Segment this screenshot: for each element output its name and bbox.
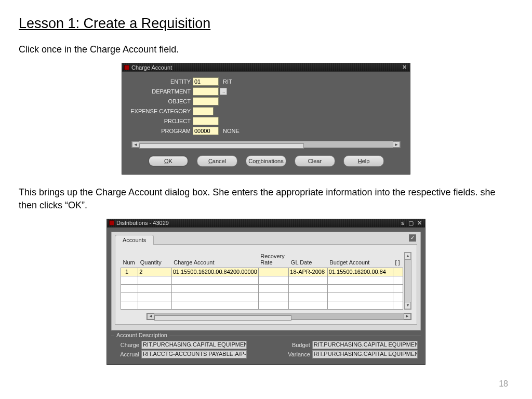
department-label: DEPARTMENT [130, 88, 193, 95]
distributions-window: Distributions - 43029 ≤ ▢ ✕ ✓ Accounts N… [107, 219, 425, 365]
col-charge-account: Charge Account [171, 252, 258, 268]
variance-label: Variance [285, 351, 312, 357]
titlebar[interactable]: Distributions - 43029 ≤ ▢ ✕ [107, 219, 425, 228]
accrual-label: Accrual [114, 351, 141, 357]
window-title: Distributions - 43029 [116, 220, 169, 226]
cell-charge-account[interactable]: 01.15500.16200.00.84200.00000 [171, 268, 258, 276]
tab-accounts[interactable]: Accounts [115, 235, 154, 245]
variance-value: RIT.PURCHASING.CAPITAL EQUIPMEN [312, 350, 418, 358]
table-row[interactable] [121, 292, 403, 301]
department-field[interactable] [193, 87, 219, 96]
cell-gl-date[interactable]: 18-APR-2008 [289, 268, 327, 276]
col-quantity: Quantity [138, 252, 171, 268]
object-label: OBJECT [130, 98, 193, 104]
expense-category-field[interactable] [193, 107, 214, 115]
clear-button[interactable]: Clear [295, 155, 335, 167]
cell-end[interactable] [393, 268, 403, 276]
col-recovery-rate: Recovery Rate [258, 252, 289, 268]
object-field[interactable] [193, 97, 219, 105]
scroll-up-icon[interactable]: ▲ [405, 252, 411, 260]
page-number: 18 [499, 379, 508, 389]
table-row[interactable]: 1 2 01.15500.16200.00.84200.00000 18-APR… [121, 268, 403, 276]
v-scrollbar[interactable]: ▲ ▼ [404, 252, 411, 310]
project-label: PROJECT [130, 118, 193, 124]
h-scrollbar[interactable]: ◄ ► [131, 141, 401, 148]
h-scrollbar[interactable]: ◄ ► [147, 313, 411, 320]
charge-account-dialog: Charge Account ✕ ENTITY RIT DEPARTMENT …… [122, 63, 410, 175]
distributions-table: Num Quantity Charge Account Recovery Rat… [121, 252, 403, 310]
app-icon [124, 65, 129, 70]
checkbox-icon[interactable]: ✓ [409, 234, 416, 242]
table-row[interactable] [121, 301, 403, 309]
table-row[interactable] [121, 276, 403, 284]
intro-paragraph-2: This brings up the Charge Account dialog… [19, 186, 513, 211]
scroll-left-icon[interactable]: ◄ [132, 141, 139, 148]
maximize-icon[interactable]: ▢ [407, 220, 415, 226]
lov-button[interactable]: … [220, 88, 227, 95]
scroll-right-icon[interactable]: ► [393, 141, 400, 148]
scroll-down-icon[interactable]: ▼ [405, 302, 411, 309]
minimize-icon[interactable]: ≤ [399, 220, 406, 226]
close-icon[interactable]: ✕ [401, 64, 408, 71]
cell-num[interactable]: 1 [121, 268, 138, 276]
dialog-title: Charge Account [131, 64, 172, 71]
entity-field[interactable] [193, 77, 219, 86]
scroll-left-icon[interactable]: ◄ [147, 313, 154, 320]
close-icon[interactable]: ✕ [416, 220, 423, 226]
titlebar[interactable]: Charge Account ✕ [122, 63, 410, 72]
col-budget-account: Budget Account [327, 252, 393, 268]
cell-quantity[interactable]: 2 [138, 268, 171, 276]
project-field[interactable] [193, 117, 219, 125]
intro-paragraph-1: Click once in the Charge Account field. [19, 43, 513, 56]
group-title: Account Description [114, 332, 169, 338]
col-gl-date: GL Date [289, 252, 327, 268]
program-field[interactable] [193, 127, 219, 135]
col-end: [ ] [393, 252, 403, 268]
charge-value: RIT.PURCHASING.CAPITAL EQUIPMEN [141, 341, 247, 349]
entity-label: ENTITY [130, 78, 193, 85]
col-num: Num [121, 252, 138, 268]
program-desc: NONE [223, 128, 240, 134]
cell-recovery-rate[interactable] [258, 268, 289, 276]
cell-budget-account[interactable]: 01.15500.16200.00.84 [327, 268, 393, 276]
table-row[interactable] [121, 284, 403, 292]
app-icon [109, 220, 114, 225]
cancel-button[interactable]: Cancel [197, 155, 237, 167]
ok-button[interactable]: OK [148, 155, 189, 167]
accrual-value: RIT.ACCTG-ACCOUNTS PAYABLE.A/P- [141, 350, 247, 358]
page-title: Lesson 1: Create a Requisition [19, 16, 513, 32]
account-description-group: Account Description Charge RIT.PURCHASIN… [111, 336, 421, 359]
help-button[interactable]: Help [343, 155, 384, 167]
expense-category-label: EXPENSE CATEGORY [130, 108, 193, 114]
charge-label: Charge [114, 342, 141, 348]
combinations-button[interactable]: Combinations [246, 155, 286, 167]
scroll-right-icon[interactable]: ► [404, 313, 411, 320]
entity-desc: RIT [223, 78, 232, 85]
program-label: PROGRAM [130, 128, 193, 134]
budget-label: Budget [285, 342, 312, 348]
budget-value: RIT.PURCHASING.CAPITAL EQUIPMEN [312, 341, 418, 349]
